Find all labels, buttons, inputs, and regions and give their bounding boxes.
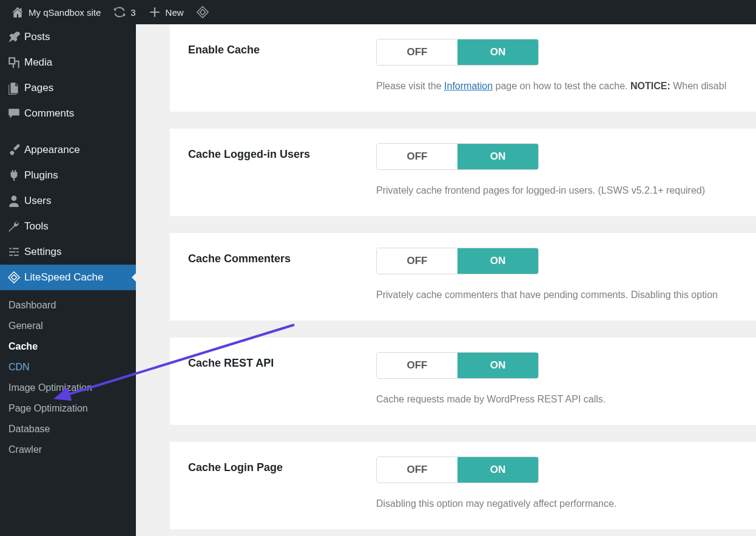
- setting-label: Cache Commenters: [170, 248, 376, 302]
- submenu-page-optimization[interactable]: Page Optimization: [0, 398, 136, 419]
- plus-icon: [148, 5, 161, 19]
- submenu-cache[interactable]: Cache: [0, 336, 136, 357]
- setting-row-cache-rest-api: Cache REST API OFF ON Cache requests mad…: [170, 338, 756, 425]
- sidebar-item-media[interactable]: Media: [0, 50, 136, 75]
- admin-sidebar: Posts Media Pages Comments Appearance Pl…: [0, 24, 136, 536]
- site-link[interactable]: My qSandbox site: [5, 0, 107, 24]
- toggle-cache-logged-in[interactable]: OFF ON: [376, 143, 539, 170]
- settings-panel: Enable Cache OFF ON Please visit the Inf…: [170, 24, 756, 536]
- submenu-image-optimization[interactable]: Image Optimization: [0, 378, 136, 398]
- submenu-general[interactable]: General: [0, 316, 136, 336]
- setting-description: Privately cache commenters that have pen…: [376, 288, 756, 302]
- menu-label: Media: [24, 56, 52, 69]
- sidebar-item-settings[interactable]: Settings: [0, 239, 136, 265]
- setting-row-cache-commenters: Cache Commenters OFF ON Privately cache …: [170, 233, 756, 321]
- sidebar-item-litespeed[interactable]: LiteSpeed Cache: [0, 265, 136, 290]
- updates-link[interactable]: 3: [107, 0, 141, 24]
- litespeed-topbar-icon[interactable]: [190, 0, 220, 24]
- refresh-icon: [113, 5, 126, 19]
- media-icon: [7, 56, 24, 69]
- pin-icon: [7, 30, 24, 44]
- content-area: Enable Cache OFF ON Please visit the Inf…: [136, 24, 756, 536]
- toggle-on[interactable]: ON: [457, 39, 538, 65]
- sidebar-item-users[interactable]: Users: [0, 188, 136, 214]
- home-icon: [11, 5, 24, 19]
- pages-icon: [7, 81, 24, 95]
- menu-label: Posts: [24, 31, 50, 43]
- submenu-cdn[interactable]: CDN: [0, 357, 136, 378]
- toggle-on[interactable]: ON: [457, 144, 538, 169]
- toggle-off[interactable]: OFF: [377, 248, 457, 274]
- setting-label: Enable Cache: [170, 39, 376, 93]
- toggle-off[interactable]: OFF: [377, 457, 457, 483]
- toggle-on[interactable]: ON: [457, 248, 538, 274]
- sidebar-item-appearance[interactable]: Appearance: [0, 137, 136, 163]
- sidebar-item-tools[interactable]: Tools: [0, 214, 136, 239]
- menu-label: Plugins: [24, 169, 58, 181]
- updates-count: 3: [130, 7, 135, 18]
- toggle-off[interactable]: OFF: [377, 39, 457, 65]
- submenu-crawler[interactable]: Crawler: [0, 439, 136, 460]
- sidebar-item-comments[interactable]: Comments: [0, 101, 136, 126]
- information-link[interactable]: Information: [444, 81, 493, 91]
- diamond-icon: [196, 5, 209, 19]
- setting-description: Please visit the Information page on how…: [376, 79, 756, 93]
- toggle-on[interactable]: ON: [457, 353, 538, 378]
- toggle-cache-login-page[interactable]: OFF ON: [376, 456, 539, 483]
- menu-label: Appearance: [24, 144, 80, 156]
- menu-separator: [0, 126, 136, 137]
- menu-label: Users: [24, 195, 51, 207]
- toggle-off[interactable]: OFF: [377, 353, 457, 378]
- toggle-cache-rest-api[interactable]: OFF ON: [376, 352, 539, 379]
- setting-row-cache-logged-in: Cache Logged-in Users OFF ON Privately c…: [170, 129, 756, 216]
- wrench-icon: [7, 220, 24, 233]
- setting-description: Cache requests made by WordPress REST AP…: [376, 392, 756, 407]
- menu-label: Settings: [24, 246, 61, 258]
- toggle-on[interactable]: ON: [457, 457, 538, 483]
- new-label: New: [166, 7, 184, 18]
- sliders-icon: [7, 245, 24, 259]
- site-name: My qSandbox site: [29, 7, 101, 18]
- submenu-database[interactable]: Database: [0, 419, 136, 439]
- toggle-enable-cache[interactable]: OFF ON: [376, 39, 539, 66]
- brush-icon: [7, 143, 24, 157]
- setting-label: Cache Login Page: [170, 456, 376, 511]
- menu-label: Comments: [24, 107, 74, 120]
- user-icon: [7, 194, 24, 208]
- comment-icon: [7, 107, 24, 120]
- sidebar-item-pages[interactable]: Pages: [0, 75, 136, 101]
- menu-label: Tools: [24, 220, 49, 232]
- submenu-dashboard[interactable]: Dashboard: [0, 295, 136, 316]
- menu-label: Pages: [24, 82, 53, 94]
- litespeed-submenu: Dashboard General Cache CDN Image Optimi…: [0, 290, 136, 469]
- sidebar-item-posts[interactable]: Posts: [0, 24, 136, 50]
- diamond-icon: [7, 271, 24, 284]
- setting-row-cache-login-page: Cache Login Page OFF ON Disabling this o…: [170, 442, 756, 529]
- menu-label: LiteSpeed Cache: [24, 271, 103, 283]
- setting-description: Privately cache frontend pages for logge…: [376, 183, 756, 198]
- new-link[interactable]: New: [142, 0, 190, 24]
- toggle-off[interactable]: OFF: [377, 144, 457, 169]
- admin-topbar: My qSandbox site 3 New: [0, 0, 756, 24]
- notice-label: NOTICE:: [630, 81, 670, 91]
- sidebar-item-plugins[interactable]: Plugins: [0, 163, 136, 188]
- setting-description: Disabling this option may negatively aff…: [376, 497, 756, 511]
- toggle-cache-commenters[interactable]: OFF ON: [376, 248, 539, 274]
- setting-label: Cache Logged-in Users: [170, 143, 376, 198]
- setting-row-enable-cache: Enable Cache OFF ON Please visit the Inf…: [170, 24, 756, 112]
- plug-icon: [7, 169, 24, 182]
- setting-label: Cache REST API: [170, 352, 376, 407]
